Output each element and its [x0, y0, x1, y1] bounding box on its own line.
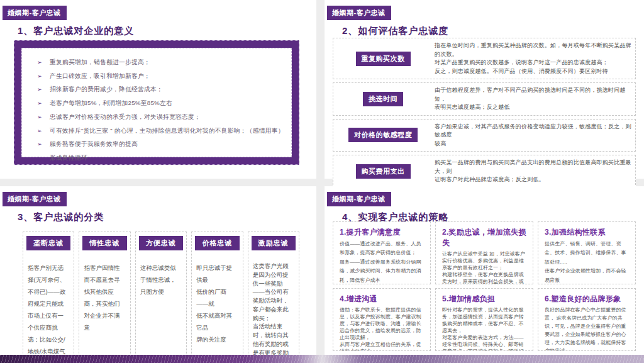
- loyalty-type-card: 垄断忠诚 指客户别无选择(无可奈何、不得已)——政府规定只能或市场上仅有一个供应…: [23, 232, 74, 363]
- evaluation-desc: 指在单位时间内，重复购买某种品牌的次数。如，每月或每年不断购买某品牌的次数。 对…: [429, 42, 631, 75]
- strategy-card: 4.增进沟通 借助：客户联系卡、数据库提供的信息，以及客户投诉制度、客户建议制度…: [333, 288, 431, 351]
- loyalty-type-header: 价格忠诚: [195, 236, 239, 250]
- slide-2-title: 2、如何评估客户忠诚度: [342, 25, 644, 37]
- bullet-text: 老客户每增加5%，利润增加25%至85%左右: [50, 99, 172, 107]
- loyalty-type-card: 惰性忠诚 指客户因惰性而不愿意去寻找其他供应商，其实他们对企业并不满意: [79, 232, 130, 363]
- evaluation-desc: 由于信赖程度差异，客户对不同产品购买的挑选时间是不同的，挑选时间越短， 表明其忠…: [429, 86, 631, 112]
- bullet-text: 忠诚客户对价格变动的承受力强，对失误持宽容态度；: [50, 113, 201, 121]
- evaluation-row: 购买费用支出 购买某一品牌的费用与购买同类产品支出的费用总额的比值最高即购买比重…: [333, 155, 636, 188]
- bullet-item: ➢招徕新客户的费用减少，降低经营成本；: [37, 86, 286, 93]
- strategy-desc: 提供生产、销售、调研、管理、资金、技术、操作培训、维修保养、事故处理..... …: [545, 240, 630, 284]
- strategy-card: 3.加强结构性联系 提供生产、销售、调研、管理、资金、技术、操作培训、维修保养、…: [538, 221, 636, 284]
- arrow-bullet-icon: ➢: [37, 127, 50, 135]
- bullet-text: 招徕新客户的费用减少，降低经营成本；: [50, 86, 163, 93]
- arrow-bullet-icon: ➢: [37, 113, 50, 121]
- bullet-item: ➢可有效排斥“货比三家 ” 的心理，主动排除信息透明化对我的不良影响；（感情用事…: [37, 127, 286, 135]
- slide-tag-badge: 婚姻期-客户忠诚: [327, 6, 391, 20]
- arrow-bullet-icon: ➢: [37, 72, 50, 80]
- strategy-title: 6.塑造良好的品牌形象: [545, 294, 630, 304]
- slide-1-title: 1、客户忠诚对企业的意义: [18, 25, 316, 37]
- evaluation-label: 挑选时间: [363, 92, 403, 106]
- slide-tag-badge: 婚姻期-客户忠诚: [3, 6, 67, 20]
- evaluation-row: 挑选时间 由于信赖程度差异，客户对不同产品购买的挑选时间是不同的，挑选时间越短，…: [333, 82, 636, 116]
- loyalty-type-card: 方便忠诚 这种忠诚类似 于惰性忠诚， 只图方便: [135, 232, 187, 363]
- arrow-bullet-icon: ➢: [37, 59, 50, 66]
- meaning-bullet-list: ➢重复购买增加，销售额进一步提高； ➢产生口碑效应，吸引和增加新客户； ➢招徕新…: [21, 48, 292, 157]
- strategy-card-grid: 1.提升客户满意度 价值——通过改进产品、服务、人员和形象，提高客户获得的总价值…: [333, 221, 636, 351]
- loyalty-type-desc: 指客户因惰性而不愿意去寻找其他供应商，其实他们对企业并不满意: [82, 262, 126, 333]
- bullet-text: 可有效排斥“货比三家 ” 的心理，主动排除信息透明化对我的不良影响；（感情用事）: [50, 127, 284, 135]
- strategy-title: 1.提升客户满意度: [340, 227, 425, 238]
- bullet-item: ➢产生口碑效应，吸引和增加新客户；: [37, 72, 286, 80]
- arrow-bullet-icon: ➢: [37, 140, 50, 148]
- slide-4-loyalty-strategies: 婚姻期-客户忠诚 4、实现客户忠诚的策略 1.提升客户满意度 价值——通过改进产…: [325, 186, 644, 355]
- loyalty-type-card: 价格忠诚 即只忠诚于提供最 低价的厂商——就 低不就高对其它品 牌的关注度: [191, 232, 243, 363]
- loyalty-type-header: 激励忠诚: [252, 236, 296, 250]
- evaluation-row: 对价格的敏感程度 客户如果忠诚，对其产品或服务的价格变动适应力较强，敏感度低；反…: [333, 119, 636, 152]
- strategy-title: 5.增加情感负担: [442, 294, 528, 304]
- loyalty-type-card-list: 垄断忠诚 指客户别无选择(无可奈何、不得已)——政府规定只能或市场上仅有一个供应…: [23, 232, 299, 363]
- strategy-card: 5.增加情感负担 即针对客户的需求，提供人性化的服务，加强感情投资，从而提高客户…: [435, 288, 533, 351]
- strategy-desc: 良好的品牌在客户心中占据重要的位置， 追求名牌已成为广大客户的共识，可见，品牌是…: [545, 306, 630, 351]
- bullet-text: 产生口碑效应，吸引和增加新客户；: [50, 72, 150, 80]
- bullet-item: ➢老客户每增加5%，利润增加25%至85%左右: [37, 99, 286, 107]
- bullet-text: 形成良性循环: [50, 154, 87, 162]
- strategy-title: 2.奖励忠诚，增加流失损失: [442, 227, 528, 249]
- loyalty-type-desc: 即只忠诚于提供最 低价的厂商——就 低不就高对其它品 牌的关注度: [195, 262, 239, 345]
- strategy-card: 6.塑造良好的品牌形象 良好的品牌在客户心中占据重要的位置， 追求名牌已成为广大…: [538, 288, 636, 351]
- bullet-text: 服务熟客便于我服务效率的提高: [50, 140, 138, 148]
- arrow-bullet-icon: ➢: [37, 154, 50, 162]
- loyalty-type-header: 垄断忠诚: [26, 236, 70, 250]
- slide-preview-grid: 婚姻期-客户忠诚 1、客户忠诚对企业的意义 ➢重复购买增加，销售额进一步提高； …: [0, 0, 644, 363]
- arrow-bullet-icon: ➢: [37, 99, 50, 107]
- strategy-card: 2.奖励忠诚，增加流失损失 让客户从忠诚中受益 如，对忠诚客户实行价格优惠、多购…: [435, 221, 533, 284]
- bullet-item: ➢形成良性循环: [37, 154, 286, 162]
- evaluation-label: 重复购买次数: [356, 52, 411, 66]
- evaluation-desc: 客户如果忠诚，对其产品或服务的价格变动适应力较强，敏感度低；反之，则敏感度 较高: [429, 123, 631, 148]
- strategy-desc: 价值——通过改进产品、服务、人员和形象，提高客户获得的总价值； 服务——通过改善…: [340, 240, 425, 284]
- loyalty-type-card: 激励忠诚 这类客户光顾是因为公司提供一些奖励——当公司有奖励活动时，客户都会来此…: [248, 232, 299, 363]
- loyalty-type-desc: 这种忠诚类似 于惰性忠诚， 只图方便: [139, 262, 183, 298]
- strategy-title: 3.加强结构性联系: [545, 227, 630, 238]
- strategy-desc: 即针对客户的需求，提供人性化的服务，加强感情投资，从而提高客户转换购买的精神成本…: [442, 306, 528, 351]
- bullet-item: ➢服务熟客便于我服务效率的提高: [37, 140, 286, 148]
- bullet-item: ➢忠诚客户对价格变动的承受力强，对失误持宽容态度；: [37, 113, 286, 121]
- evaluation-label: 购买费用支出: [356, 164, 411, 179]
- slide-tag-badge: 婚姻期-客户忠诚: [327, 192, 391, 206]
- loyalty-type-header: 方便忠诚: [139, 236, 183, 250]
- loyalty-type-desc: 指客户别无选择(无可奈何、不得已)——政府规定只能或市场上仅有一个供应商挑选；比…: [26, 262, 70, 357]
- meaning-box: ➢重复购买增加，销售额进一步提高； ➢产生口碑效应，吸引和增加新客户； ➢招徕新…: [14, 40, 299, 165]
- loyalty-type-header: 惰性忠诚: [82, 236, 126, 250]
- strategy-title: 4.增进沟通: [340, 294, 425, 304]
- slide-2-evaluate-loyalty: 婚姻期-客户忠诚 2、如何评估客户忠诚度 重复购买次数 指在单位时间内，重复购买…: [325, 0, 644, 179]
- loyalty-type-desc: 这类客户光顾是因为公司提供一些奖励——当公司有奖励活动时，客户都会来此购买； 当…: [252, 262, 296, 363]
- arrow-bullet-icon: ➢: [37, 86, 50, 93]
- slide-3-loyalty-types: 婚姻期-客户忠诚 3、客户忠诚的分类 垄断忠诚 指客户别无选择(无可奈何、不得已…: [0, 186, 316, 355]
- slide-3-title: 3、客户忠诚的分类: [18, 211, 316, 223]
- bullet-item: ➢重复购买增加，销售额进一步提高；: [37, 59, 286, 66]
- strategy-desc: 借助：客户联系卡、数据库提供的信息，以及客户投诉制度、客户建议制度，与客户进行联…: [340, 306, 425, 351]
- slide-tag-badge: 婚姻期-客户忠诚: [3, 192, 67, 206]
- bullet-text: 重复购买增加，销售额进一步提高；: [50, 59, 150, 66]
- decorative-footer-band: [0, 355, 644, 363]
- strategy-desc: 让客户从忠诚中受益 如，对忠诚客户实行价格优惠、多购优惠，利益是维系客户的最有效…: [442, 250, 528, 284]
- slide-1-customer-loyalty-meaning: 婚姻期-客户忠诚 1、客户忠诚对企业的意义 ➢重复购买增加，销售额进一步提高； …: [0, 0, 316, 179]
- evaluation-row: 重复购买次数 指在单位时间内，重复购买某种品牌的次数。如，每月或每年不断购买某品…: [333, 38, 636, 79]
- strategy-card: 1.提升客户满意度 价值——通过改进产品、服务、人员和形象，提高客户获得的总价值…: [333, 221, 431, 284]
- evaluation-desc: 购买某一品牌的费用与购买同类产品支出的费用总额的比值最高即购买比重最大，则 证明…: [429, 159, 631, 184]
- evaluation-label: 对价格的敏感程度: [348, 128, 418, 142]
